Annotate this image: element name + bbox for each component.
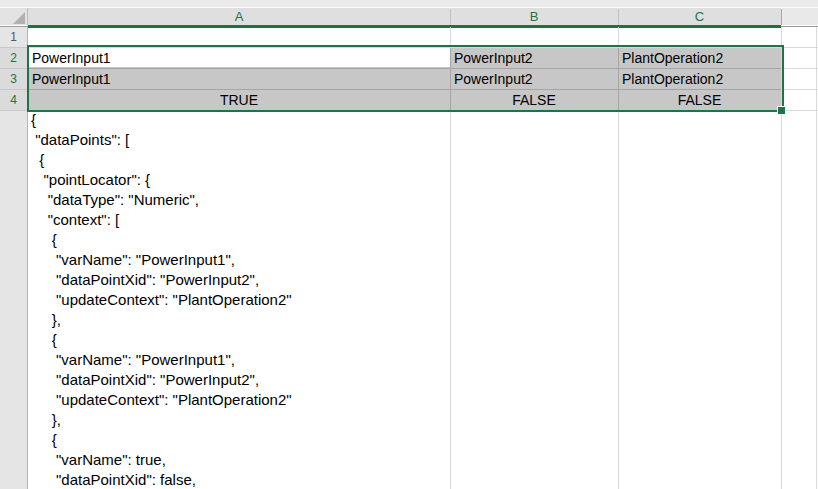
header-divider	[618, 9, 619, 25]
row-header-divider	[0, 89, 27, 90]
row-header-2-label: 2	[10, 51, 17, 65]
row-header-4[interactable]: 4	[0, 89, 27, 110]
json-line: "dataPointXid": "PowerInput2",	[31, 370, 292, 390]
column-header-a-label: A	[235, 9, 244, 24]
column-header-c-label: C	[695, 9, 704, 24]
json-line: "updateContext": "PlantOperation2"	[31, 390, 292, 410]
json-line: },	[31, 310, 292, 330]
fill-handle[interactable]	[777, 106, 786, 115]
json-line: "context": [	[31, 210, 292, 230]
header-border	[781, 26, 818, 27]
header-divider	[450, 9, 451, 25]
json-line: },	[31, 410, 292, 430]
row-header-1[interactable]: 1	[0, 27, 27, 47]
json-line: {	[31, 330, 292, 350]
header-divider	[781, 9, 782, 25]
row-header-3[interactable]: 3	[0, 68, 27, 89]
cell-a5-json-text[interactable]: { "dataPoints": [ { "pointLocator": { "d…	[31, 110, 292, 489]
json-line: "varName": "PowerInput1",	[31, 350, 292, 370]
json-line: "updateContext": "PlantOperation2"	[31, 290, 292, 310]
row-header-3-label: 3	[10, 72, 17, 86]
gridline-vertical	[816, 27, 817, 489]
json-line: "dataType": "Numeric",	[31, 190, 292, 210]
row-header-divider	[0, 110, 27, 111]
row-header-divider	[0, 68, 27, 69]
column-header-d-partial[interactable]	[781, 8, 818, 25]
column-header-b[interactable]: B	[450, 8, 618, 25]
json-line: "dataPointXid": "PowerInput2",	[31, 270, 292, 290]
row-header-4-label: 4	[10, 93, 17, 107]
selection-border	[27, 45, 784, 112]
row-header-2[interactable]: 2	[0, 47, 27, 68]
json-line: "dataPoints": [	[31, 130, 292, 150]
json-line: "varName": true,	[31, 450, 292, 470]
json-line: {	[31, 230, 292, 250]
column-header-b-label: B	[530, 9, 539, 24]
row-header-divider	[0, 47, 27, 48]
spreadsheet: A B C 1 2 3 4 Pow	[0, 0, 818, 489]
json-line: {	[31, 150, 292, 170]
selected-columns-underline	[28, 25, 781, 28]
column-header-c[interactable]: C	[618, 8, 781, 25]
select-all-icon	[13, 12, 25, 24]
json-line: "dataPointXid": false,	[31, 470, 292, 489]
json-line: {	[31, 430, 292, 450]
top-strip	[0, 0, 818, 8]
column-header-a[interactable]: A	[28, 8, 450, 25]
select-all-button[interactable]	[0, 8, 28, 25]
json-line: "varName": "PowerInput1",	[31, 250, 292, 270]
json-line: {	[31, 110, 292, 130]
row-header-1-label: 1	[10, 30, 17, 44]
json-line: "pointLocator": {	[31, 170, 292, 190]
